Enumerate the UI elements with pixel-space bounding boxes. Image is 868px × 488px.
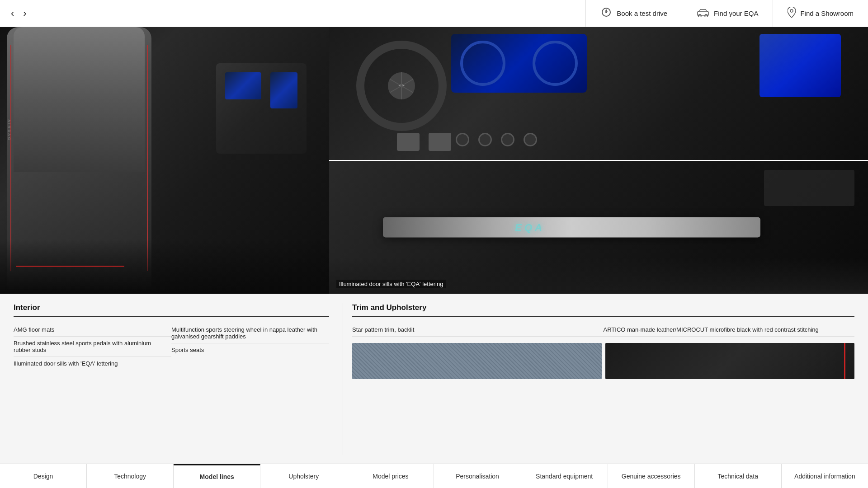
nav-technical-data[interactable]: Technical data [695,464,782,488]
header: ‹ › Book a test drive [0,0,868,27]
nav-genuine-accessories[interactable]: Genuine accessories [608,464,695,488]
find-showroom-button[interactable]: Find a Showroom [773,0,868,27]
nav-additional-information[interactable]: Additional information [782,464,868,488]
door-sill-caption: Illuminated door sills with 'EQA' letter… [336,280,446,288]
feature-item: Multifunction sports steering wheel in n… [171,323,329,343]
right-images: ✦ [329,27,868,294]
interior-features-grid: AMG floor mats Brushed stainless steel s… [14,323,329,370]
upholstery-images [352,343,854,379]
feature-item: Brushed stainless steel sports pedals wi… [14,337,171,357]
find-eqa-button[interactable]: Find your EQA [682,0,773,27]
leather-pattern-image [605,343,855,379]
main-content: AIRBAG ✦ [0,27,868,464]
nav-upholstery[interactable]: Upholstery [260,464,347,488]
upholstery-features-grid: Star pattern trim, backlit ARTICO man-ma… [352,323,854,337]
svg-point-5 [790,9,793,12]
interior-seat-image: AIRBAG [0,27,329,294]
upholstery-feature-col1: Star pattern trim, backlit [352,323,604,337]
feature-item: Illuminated door sills with 'EQA' letter… [14,357,171,370]
upholstery-feature-col2: ARTICO man-made leather/MICROCUT microfi… [604,323,855,337]
feature-item: AMG floor mats [14,323,171,337]
nav-model-lines[interactable]: Model lines [174,464,260,488]
nav-personalisation[interactable]: Personalisation [434,464,521,488]
images-section: AIRBAG ✦ [0,27,868,294]
find-eqa-label: Find your EQA [714,9,758,17]
back-button[interactable]: ‹ [11,8,14,19]
nav-model-prices[interactable]: Model prices [347,464,434,488]
forward-button[interactable]: › [23,8,26,19]
nav-standard-equipment[interactable]: Standard equipment [521,464,608,488]
svg-rect-2 [698,11,708,16]
feature-item: Sports seats [171,343,329,357]
dashboard-image: ✦ [329,27,868,161]
interior-features-col1: AMG floor mats Brushed stainless steel s… [14,323,171,370]
book-test-drive-button[interactable]: Book a test drive [585,0,682,27]
location-icon [788,7,796,20]
door-sill-image: EQA Illuminated door sills with 'EQA' le… [329,161,868,294]
find-showroom-label: Find a Showroom [800,9,854,17]
test-drive-icon [600,7,612,20]
trim-pattern-image [352,343,602,379]
interior-title: Interior [14,303,329,317]
interior-info: Interior AMG floor mats Brushed stainles… [14,303,343,455]
car-icon [697,8,709,19]
nav-technology[interactable]: Technology [87,464,174,488]
book-test-drive-label: Book a test drive [617,9,667,17]
upholstery-info: Trim and Upholstery Star pattern trim, b… [343,303,854,455]
bottom-nav: Design Technology Model lines Upholstery… [0,464,868,488]
info-section: Interior AMG floor mats Brushed stainles… [0,294,868,464]
header-actions: Book a test drive Find your EQA Find a [585,0,868,27]
nav-arrows: ‹ › [0,8,585,19]
interior-features-col2: Multifunction sports steering wheel in n… [171,323,329,370]
nav-design[interactable]: Design [0,464,87,488]
svg-point-1 [605,11,607,13]
upholstery-title: Trim and Upholstery [352,303,854,317]
